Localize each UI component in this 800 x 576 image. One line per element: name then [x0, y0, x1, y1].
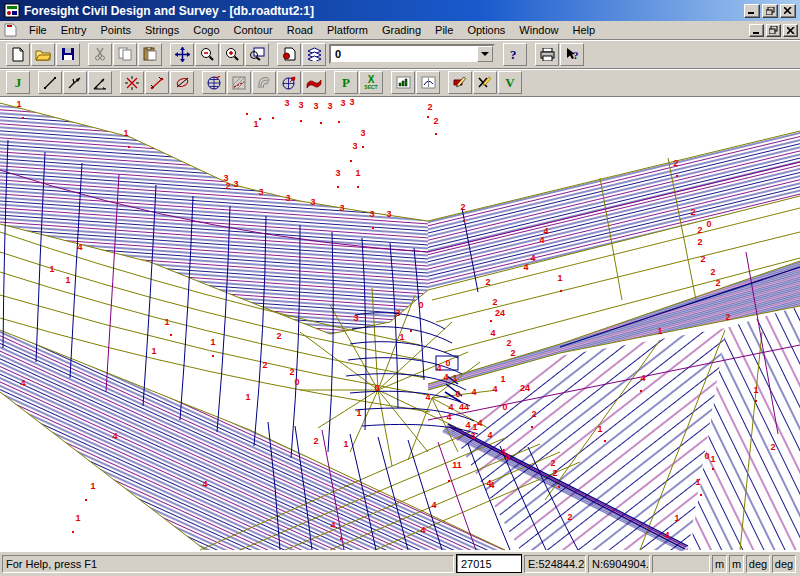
svg-text:?: ?: [573, 49, 579, 61]
help-button[interactable]: ?: [503, 43, 527, 66]
context-help-icon: ?: [565, 47, 580, 61]
join-button[interactable]: J: [6, 71, 30, 94]
view-design-button[interactable]: V: [498, 71, 522, 94]
bearing-angle-icon: [93, 76, 108, 90]
menu-platform[interactable]: Platform: [320, 22, 375, 38]
dimension-icon: [150, 76, 164, 90]
zoom-out-button[interactable]: [195, 43, 219, 66]
surface-globe-button[interactable]: [202, 71, 226, 94]
profile-chart-button[interactable]: [391, 71, 415, 94]
close-button[interactable]: [780, 4, 796, 18]
polyline-button[interactable]: [63, 71, 87, 94]
x-pencil-icon: [478, 76, 492, 89]
pan-button[interactable]: [170, 43, 194, 66]
road-ribbon-button[interactable]: [302, 71, 326, 94]
status-easting: E:524844.28: [524, 555, 586, 573]
open-folder-icon: [35, 48, 51, 61]
help-icon: ?: [510, 47, 520, 61]
layers-button[interactable]: [302, 43, 326, 66]
paste-button[interactable]: [138, 43, 162, 66]
redraw-button[interactable]: [277, 43, 301, 66]
status-unit-m1: m: [712, 555, 727, 573]
flag-pen-icon: [453, 76, 467, 89]
paste-icon: [143, 47, 157, 61]
print-button[interactable]: [535, 43, 559, 66]
document-system-icon[interactable]: [3, 23, 18, 37]
menu-entry[interactable]: Entry: [54, 22, 94, 38]
mdi-close-button[interactable]: [783, 24, 798, 37]
menu-grading[interactable]: Grading: [375, 22, 428, 38]
application-window: { "window": { "title": "Foresight Civil …: [0, 0, 800, 576]
status-bar: For Help, press F1 27015 E:524844.28 N:6…: [0, 551, 800, 576]
layers-icon: [307, 47, 322, 61]
printer-icon: [540, 48, 555, 61]
open-button[interactable]: [31, 43, 55, 66]
join-j-icon: J: [15, 75, 22, 91]
zoom-in-icon: [225, 47, 239, 61]
road-ribbon-icon: [306, 77, 322, 88]
copy-icon: [118, 47, 132, 61]
cross-section-button[interactable]: XSECT: [359, 71, 383, 94]
section-window-button[interactable]: [416, 71, 440, 94]
line-icon: [43, 76, 57, 90]
menu-file[interactable]: File: [22, 22, 54, 38]
cut-button[interactable]: [88, 43, 112, 66]
window-title: Foresight Civil Design and Survey - [db.…: [24, 4, 314, 18]
menu-window[interactable]: Window: [512, 22, 565, 38]
zoom-in-button[interactable]: [220, 43, 244, 66]
hatch-plane-button[interactable]: [227, 71, 251, 94]
zoom-out-icon: [200, 47, 214, 61]
status-unit-deg1: deg: [746, 555, 770, 573]
globe-arrow-button[interactable]: [277, 71, 301, 94]
redraw-page-icon: [282, 47, 296, 61]
menu-pile[interactable]: Pile: [428, 22, 460, 38]
points-p-icon: P: [342, 75, 350, 91]
edit-string-button[interactable]: [448, 71, 472, 94]
status-help-text: For Help, press F1: [2, 555, 454, 573]
menu-bar: File Entry Points Strings Cogo Contour R…: [0, 21, 800, 40]
svg-text:?: ?: [510, 47, 517, 61]
contours-icon: [257, 76, 271, 90]
menu-cogo[interactable]: Cogo: [186, 22, 226, 38]
mdi-minimize-button[interactable]: [749, 24, 764, 37]
menu-help[interactable]: Help: [565, 22, 602, 38]
bearing-button[interactable]: [88, 71, 112, 94]
arc-button[interactable]: [170, 71, 194, 94]
line-button[interactable]: [38, 71, 62, 94]
restore-button[interactable]: [762, 4, 778, 18]
points-p-button[interactable]: P: [334, 71, 358, 94]
title-bar[interactable]: Foresight Civil Design and Survey - [db.…: [0, 0, 800, 21]
menu-strings[interactable]: Strings: [138, 22, 186, 38]
minimize-button[interactable]: [744, 4, 760, 18]
drawing-canvas[interactable]: 1113333333331223233333332411111441142220…: [0, 97, 800, 551]
zoom-window-button[interactable]: [245, 43, 269, 66]
combobox-dropdown-arrow[interactable]: [477, 46, 493, 62]
menu-points[interactable]: Points: [93, 22, 138, 38]
copy-button[interactable]: [113, 43, 137, 66]
contours-button[interactable]: [252, 71, 276, 94]
toolbar-standard: 0 ? ?: [0, 40, 800, 69]
mdi-restore-button[interactable]: [766, 24, 781, 37]
globe-arrow-icon: [282, 76, 296, 90]
menu-contour[interactable]: Contour: [227, 22, 280, 38]
delete-string-button[interactable]: [473, 71, 497, 94]
polyline-icon: [68, 76, 82, 90]
scissors-icon: [94, 47, 106, 61]
layer-combobox[interactable]: 0: [329, 44, 495, 64]
section-view-icon: [421, 76, 436, 89]
status-unit-m2: m: [729, 555, 744, 573]
arc-ellipse-icon: [175, 76, 190, 89]
move-point-button[interactable]: [120, 71, 144, 94]
point-id-input[interactable]: 27015: [456, 554, 522, 573]
context-help-button[interactable]: ?: [560, 43, 584, 66]
new-button[interactable]: [6, 43, 30, 66]
view-v-icon: V: [505, 75, 514, 91]
new-file-icon: [11, 47, 25, 62]
menu-options[interactable]: Options: [460, 22, 512, 38]
hatch-plane-icon: [232, 76, 246, 90]
move-point-icon: [125, 76, 139, 90]
app-icon: [4, 3, 20, 18]
dimension-button[interactable]: [145, 71, 169, 94]
save-button[interactable]: [56, 43, 80, 66]
menu-road[interactable]: Road: [280, 22, 320, 38]
